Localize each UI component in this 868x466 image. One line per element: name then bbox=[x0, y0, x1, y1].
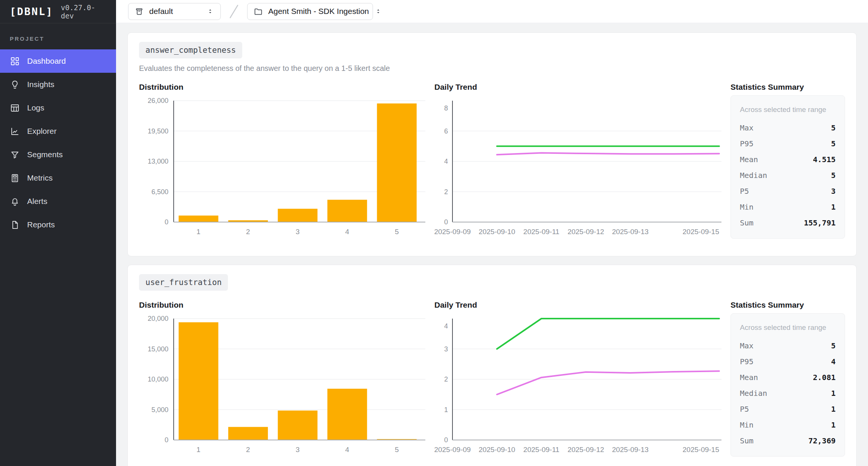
stat-value: 4 bbox=[831, 357, 836, 366]
updown-icon bbox=[206, 7, 214, 15]
bucket-icon bbox=[134, 7, 144, 16]
stat-value: 155,791 bbox=[804, 218, 836, 227]
stats-list: Max5P954Mean2.081Median1P51Min1Sum72,369 bbox=[740, 338, 836, 449]
daily-trend-chart: 024682025-09-092025-09-102025-09-112025-… bbox=[434, 95, 721, 243]
stats-list: Max5P955Mean4.515Median5P53Min1Sum155,79… bbox=[740, 120, 836, 231]
svg-text:3: 3 bbox=[296, 446, 300, 454]
svg-text:6,500: 6,500 bbox=[151, 188, 168, 196]
stat-row-sum: Sum72,369 bbox=[740, 433, 836, 449]
chart-icon bbox=[10, 126, 20, 136]
stat-value: 1 bbox=[831, 202, 836, 212]
stat-label: P95 bbox=[740, 139, 753, 148]
sidebar-item-label: Segments bbox=[27, 150, 63, 159]
stat-row-p95: P954 bbox=[740, 354, 836, 369]
svg-text:15,000: 15,000 bbox=[148, 345, 168, 353]
svg-text:1: 1 bbox=[197, 446, 201, 454]
stat-value: 1 bbox=[831, 420, 836, 429]
svg-text:0: 0 bbox=[444, 436, 448, 444]
stat-label: Max bbox=[740, 123, 753, 132]
metric-card-answer-completeness: answer_completeness Evaluates the comple… bbox=[127, 32, 857, 256]
svg-text:2025-09-13: 2025-09-13 bbox=[612, 446, 648, 454]
stat-value: 5 bbox=[831, 341, 836, 350]
stat-label: Min bbox=[740, 202, 753, 212]
metric-name-chip: user_frustration bbox=[139, 274, 228, 291]
project-section-label: PROJECT bbox=[0, 23, 116, 49]
sidebar-item-logs[interactable]: Logs bbox=[0, 96, 116, 120]
folder-icon bbox=[254, 7, 263, 16]
sidebar-item-label: Reports bbox=[27, 220, 55, 229]
sidebar-item-label: Insights bbox=[27, 80, 54, 89]
stats-panel: Across selected time range Max5P954Mean2… bbox=[730, 313, 845, 457]
svg-text:2025-09-13: 2025-09-13 bbox=[612, 228, 648, 236]
svg-text:5,000: 5,000 bbox=[151, 406, 168, 414]
metric-description: Evaluates the completeness of the answer… bbox=[139, 64, 845, 73]
distribution-chart: 05,00010,00015,00020,00012345 bbox=[139, 313, 425, 461]
sidebar-item-metrics[interactable]: Metrics bbox=[0, 166, 116, 190]
stats-summary-title: Statistics Summary bbox=[730, 300, 845, 310]
sidebar-item-segments[interactable]: Segments bbox=[0, 143, 116, 166]
daily-trend-chart: 012342025-09-092025-09-102025-09-112025-… bbox=[434, 313, 721, 461]
sidebar-item-explorer[interactable]: Explorer bbox=[0, 120, 116, 143]
stat-label: P95 bbox=[740, 357, 753, 366]
svg-text:0: 0 bbox=[165, 436, 168, 444]
stat-row-max: Max5 bbox=[740, 120, 836, 136]
svg-text:2: 2 bbox=[444, 376, 448, 383]
svg-text:6: 6 bbox=[444, 127, 448, 135]
stat-value: 4.515 bbox=[813, 155, 836, 164]
stat-value: 1 bbox=[831, 389, 836, 398]
stat-value: 2.081 bbox=[813, 373, 836, 382]
svg-text:2: 2 bbox=[246, 446, 250, 454]
svg-text:3: 3 bbox=[444, 345, 448, 353]
stat-value: 1 bbox=[831, 405, 836, 414]
svg-text:0: 0 bbox=[165, 218, 168, 226]
stat-label: Mean bbox=[740, 155, 758, 164]
svg-text:4: 4 bbox=[444, 322, 448, 330]
sidebar-item-reports[interactable]: Reports bbox=[0, 213, 116, 236]
stat-label: Median bbox=[740, 171, 767, 180]
svg-text:13,000: 13,000 bbox=[148, 158, 168, 165]
stat-label: Min bbox=[740, 420, 753, 429]
funnel-icon bbox=[10, 150, 20, 160]
stats-subtitle: Across selected time range bbox=[740, 323, 836, 332]
stat-label: P5 bbox=[740, 187, 749, 196]
svg-text:4: 4 bbox=[444, 158, 448, 165]
distribution-chart: 06,50013,00019,50026,00012345 bbox=[139, 95, 425, 243]
sidebar-item-label: Explorer bbox=[27, 127, 57, 136]
svg-text:2025-09-11: 2025-09-11 bbox=[523, 446, 559, 454]
sidebar-item-label: Alerts bbox=[27, 197, 47, 206]
bell-icon bbox=[10, 196, 20, 207]
svg-text:2025-09-15: 2025-09-15 bbox=[683, 228, 719, 236]
stat-row-median: Median1 bbox=[740, 385, 836, 401]
sidebar-item-label: Metrics bbox=[27, 173, 53, 182]
sidebar-item-dashboard[interactable]: Dashboard bbox=[0, 49, 116, 73]
stats-summary-title: Statistics Summary bbox=[730, 83, 845, 92]
svg-text:2025-09-10: 2025-09-10 bbox=[478, 446, 515, 454]
updown-icon bbox=[374, 7, 382, 15]
stat-row-mean: Mean2.081 bbox=[740, 369, 836, 385]
stat-row-min: Min1 bbox=[740, 199, 836, 215]
table-icon bbox=[10, 103, 20, 113]
svg-text:2025-09-11: 2025-09-11 bbox=[523, 228, 559, 236]
svg-text:19,500: 19,500 bbox=[148, 127, 168, 135]
stat-label: P5 bbox=[740, 405, 749, 414]
distribution-title: Distribution bbox=[139, 300, 425, 310]
svg-text:1: 1 bbox=[444, 406, 448, 414]
svg-text:1: 1 bbox=[197, 228, 201, 236]
svg-text:2: 2 bbox=[246, 228, 250, 236]
version-label: v0.27.0-dev bbox=[61, 3, 106, 20]
namespace-select[interactable]: default bbox=[128, 3, 221, 20]
stat-row-min: Min1 bbox=[740, 417, 836, 433]
stat-row-max: Max5 bbox=[740, 338, 836, 354]
stat-row-p95: P955 bbox=[740, 136, 836, 152]
svg-text:4: 4 bbox=[345, 446, 349, 454]
svg-text:5: 5 bbox=[395, 228, 399, 236]
sidebar-item-label: Logs bbox=[27, 103, 44, 112]
sidebar-item-insights[interactable]: Insights bbox=[0, 73, 116, 96]
main-content: answer_completeness Evaluates the comple… bbox=[116, 23, 868, 466]
dashboard-icon bbox=[10, 56, 20, 66]
project-select[interactable]: Agent Smith - SDK Ingestion bbox=[247, 3, 373, 20]
svg-text:10,000: 10,000 bbox=[148, 376, 168, 383]
svg-text:2025-09-09: 2025-09-09 bbox=[434, 446, 471, 454]
stat-value: 5 bbox=[831, 171, 836, 180]
sidebar-item-alerts[interactable]: Alerts bbox=[0, 190, 116, 213]
